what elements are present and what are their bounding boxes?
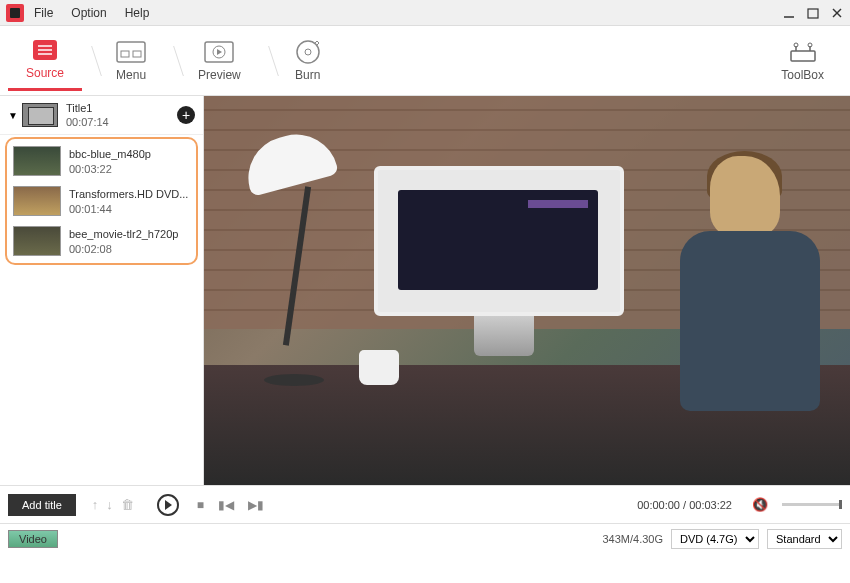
menu-option[interactable]: Option <box>71 6 106 20</box>
tab-menu[interactable]: Menu <box>98 32 164 90</box>
svg-rect-15 <box>791 51 815 61</box>
title-name: Title1 <box>66 102 177 114</box>
timeline-bar: Video 343M/4.30G DVD (4.7G) Standard <box>0 523 850 553</box>
tab-preview[interactable]: Preview <box>180 32 259 90</box>
video-segment[interactable]: Video <box>8 530 58 548</box>
title-group[interactable]: ▼ Title1 00:07:14 + <box>0 96 203 135</box>
clip-thumbnail <box>13 226 61 256</box>
add-title-button[interactable]: Add title <box>8 494 76 516</box>
clip-thumbnail <box>13 186 61 216</box>
toolbox-icon <box>788 40 818 64</box>
clip-name: bbc-blue_m480p <box>69 148 151 160</box>
clip-item[interactable]: bbc-blue_m480p 00:03:22 <box>7 141 196 181</box>
volume-icon[interactable]: 🔇 <box>752 497 768 512</box>
preview-panel <box>204 96 850 485</box>
preview-frame <box>204 96 850 485</box>
title-thumbnail <box>22 103 58 127</box>
menu-icon <box>116 40 146 64</box>
main-tabs: Source Menu Preview Burn ToolBox <box>0 26 850 96</box>
burn-icon <box>293 40 323 64</box>
disc-size-info: 343M/4.30G <box>602 533 663 545</box>
stop-button[interactable]: ■ <box>197 498 204 512</box>
app-icon <box>6 4 24 22</box>
preview-icon <box>204 40 234 64</box>
maximize-icon[interactable] <box>806 6 820 20</box>
time-total: 00:03:22 <box>689 499 732 511</box>
window-controls <box>782 6 844 20</box>
svg-rect-10 <box>133 51 141 57</box>
clip-name: Transformers.HD DVD... <box>69 188 188 200</box>
clip-duration: 00:02:08 <box>69 243 178 255</box>
tab-menu-label: Menu <box>116 68 146 82</box>
clip-item[interactable]: Transformers.HD DVD... 00:01:44 <box>7 181 196 221</box>
close-icon[interactable] <box>830 6 844 20</box>
main-area: ▼ Title1 00:07:14 + bbc-blue_m480p 00:03… <box>0 96 850 485</box>
clip-duration: 00:03:22 <box>69 163 151 175</box>
tab-preview-label: Preview <box>198 68 241 82</box>
title-duration: 00:07:14 <box>66 116 177 128</box>
quality-select[interactable]: Standard <box>767 529 842 549</box>
tab-burn[interactable]: Burn <box>275 32 341 90</box>
clip-item[interactable]: bee_movie-tlr2_h720p 00:02:08 <box>7 221 196 261</box>
svg-point-13 <box>297 41 319 63</box>
svg-rect-1 <box>808 9 818 18</box>
time-display: 00:00:00 / 00:03:22 <box>637 499 732 511</box>
collapse-icon[interactable]: ▼ <box>8 110 18 121</box>
clip-duration: 00:01:44 <box>69 203 188 215</box>
menu-file[interactable]: File <box>34 6 53 20</box>
next-button[interactable]: ▶▮ <box>248 498 264 512</box>
add-clip-button[interactable]: + <box>177 106 195 124</box>
clip-list: bbc-blue_m480p 00:03:22 Transformers.HD … <box>5 137 198 265</box>
title-info: Title1 00:07:14 <box>66 102 177 128</box>
menu-help[interactable]: Help <box>125 6 150 20</box>
source-icon <box>30 38 60 62</box>
tab-burn-label: Burn <box>295 68 320 82</box>
disc-type-select[interactable]: DVD (4.7G) <box>671 529 759 549</box>
move-up-icon[interactable]: ↑ <box>92 497 99 512</box>
svg-point-14 <box>305 49 311 55</box>
svg-rect-9 <box>121 51 129 57</box>
app-menu: File Option Help <box>34 6 149 20</box>
time-current: 00:00:00 <box>637 499 680 511</box>
prev-button[interactable]: ▮◀ <box>218 498 234 512</box>
clip-thumbnail <box>13 146 61 176</box>
playback-controls: Add title ↑ ↓ 🗑 ■ ▮◀ ▶▮ 00:00:00 / 00:03… <box>0 485 850 523</box>
tab-toolbox[interactable]: ToolBox <box>763 32 842 90</box>
clip-name: bee_movie-tlr2_h720p <box>69 228 178 240</box>
tab-toolbox-label: ToolBox <box>781 68 824 82</box>
tab-source-label: Source <box>26 66 64 80</box>
play-button[interactable] <box>157 494 179 516</box>
play-icon <box>165 500 172 510</box>
volume-slider[interactable] <box>782 503 842 506</box>
delete-icon[interactable]: 🗑 <box>121 497 134 512</box>
tab-source[interactable]: Source <box>8 30 82 91</box>
source-sidebar: ▼ Title1 00:07:14 + bbc-blue_m480p 00:03… <box>0 96 204 485</box>
move-down-icon[interactable]: ↓ <box>106 497 113 512</box>
transport-controls: ■ ▮◀ ▶▮ <box>197 498 264 512</box>
list-action-icons: ↑ ↓ 🗑 <box>92 497 134 512</box>
minimize-icon[interactable] <box>782 6 796 20</box>
title-bar: File Option Help <box>0 0 850 26</box>
